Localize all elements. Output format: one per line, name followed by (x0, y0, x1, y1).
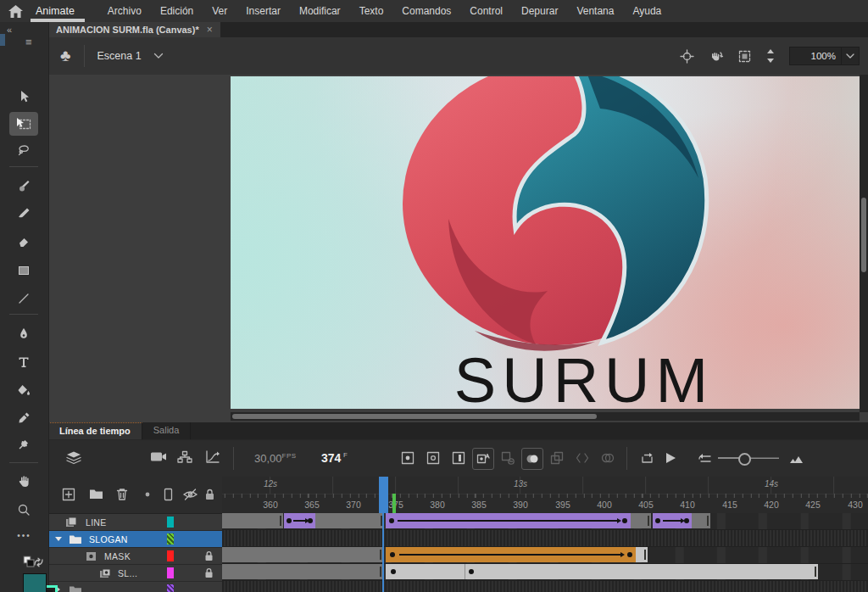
static-span[interactable] (315, 513, 384, 528)
layer-color-swatch[interactable] (167, 567, 174, 578)
insert-frame-button[interactable] (448, 448, 469, 468)
document-tab[interactable]: ANIMACION SURM.fla (Canvas)* × (48, 22, 220, 37)
static-span[interactable] (631, 513, 651, 528)
layer-row-mask[interactable]: MASK (48, 548, 222, 565)
lock-icon[interactable] (204, 567, 214, 578)
menu-comandos[interactable]: Comandos (392, 0, 460, 22)
stage[interactable]: SURUM (231, 76, 860, 409)
scene-chevron-down-icon[interactable] (153, 53, 164, 59)
static-span[interactable] (386, 564, 818, 579)
layer-color-swatch[interactable] (167, 550, 174, 561)
home-icon[interactable] (8, 5, 23, 18)
layers-stack-icon[interactable] (65, 450, 82, 466)
delete-layer-button[interactable] (116, 488, 128, 500)
pen-tool[interactable] (9, 322, 38, 346)
tab-salida[interactable]: Salida (142, 422, 192, 439)
zoom-stepper[interactable] (765, 48, 776, 64)
insert-keyframe-button[interactable] (398, 448, 418, 468)
track-line[interactable] (222, 513, 868, 530)
timeline-zoom-slider[interactable] (718, 457, 779, 459)
new-layer-button[interactable] (62, 488, 75, 501)
hand-tool[interactable] (9, 470, 38, 494)
collapse-folder-icon[interactable] (55, 537, 62, 541)
swap-colors-icon[interactable] (32, 556, 46, 568)
vertical-scrollbar[interactable] (860, 75, 868, 412)
rectangle-tool[interactable] (9, 259, 38, 282)
panel-menu-icon[interactable]: ≡ (25, 36, 32, 48)
vertical-scrollbar-thumb[interactable] (861, 198, 866, 272)
layer-row-slogan[interactable]: SLOGAN (48, 531, 222, 548)
menu-depurar[interactable]: Depurar (512, 0, 567, 22)
static-span[interactable] (222, 547, 383, 562)
asset-warp-tool[interactable] (9, 434, 38, 458)
onion-markers-button[interactable] (572, 448, 593, 468)
tween-span[interactable] (653, 513, 692, 528)
menu-texto[interactable]: Texto (350, 0, 393, 22)
outline-layers-icon[interactable] (164, 488, 173, 501)
text-tool[interactable] (9, 350, 38, 374)
free-transform-tool[interactable] (9, 112, 38, 136)
eraser-tool[interactable] (9, 231, 38, 254)
lock-icon[interactable] (204, 550, 214, 561)
tab-linea-de-tiempo[interactable]: Línea de tiempo (48, 422, 142, 439)
lock-layers-icon[interactable] (204, 488, 215, 501)
collapse-panel-icon[interactable]: « (7, 25, 11, 35)
loop-playback-button[interactable] (637, 448, 657, 468)
symbols-menu-icon[interactable]: ♣ (60, 47, 70, 65)
frames-area[interactable]: 12s 13s 14s 360 365 370 375 380 385 390 … (222, 477, 868, 592)
zoom-chevron-down-icon[interactable] (841, 47, 859, 64)
rotate-stage-icon[interactable] (708, 49, 724, 64)
edit-multiple-frames-button[interactable] (547, 448, 567, 468)
center-playhead-button[interactable] (694, 448, 715, 468)
horizontal-scrollbar[interactable] (231, 412, 860, 421)
timeline-zoom-knob[interactable] (738, 453, 751, 466)
onion-skin-button[interactable] (521, 448, 543, 470)
close-tab-icon[interactable]: × (207, 24, 213, 36)
menu-modificar[interactable]: Modificar (290, 0, 350, 22)
selection-tool[interactable] (9, 85, 38, 109)
clip-content-icon[interactable] (737, 49, 752, 64)
menu-insertar[interactable]: Insertar (236, 0, 290, 22)
show-hide-layers-icon[interactable] (182, 488, 198, 501)
frame-ruler[interactable]: 12s 13s 14s 360 365 370 375 380 385 390 … (222, 477, 868, 514)
more-tools-icon[interactable]: ••• (0, 531, 48, 540)
insert-blank-keyframe-button[interactable] (423, 448, 443, 468)
static-span[interactable] (222, 564, 383, 579)
zoom-level-select[interactable]: 100% (789, 47, 860, 65)
menu-ayuda[interactable]: Ayuda (623, 0, 670, 22)
tween-span[interactable] (386, 547, 636, 562)
static-span[interactable] (636, 547, 648, 562)
auto-keyframe-button[interactable] (472, 448, 494, 470)
menu-ver[interactable]: Ver (203, 0, 236, 22)
menu-archivo[interactable]: Archivo (98, 0, 151, 22)
zoom-tool[interactable] (9, 498, 38, 522)
tween-span[interactable] (386, 513, 631, 528)
playhead[interactable] (379, 477, 388, 513)
static-span[interactable] (692, 513, 710, 528)
onion-range-marker[interactable] (392, 494, 396, 513)
tween-span[interactable] (284, 513, 315, 528)
layer-color-swatch[interactable] (167, 533, 174, 545)
menu-edicion[interactable]: Edición (151, 0, 203, 22)
lasso-tool[interactable] (9, 139, 38, 163)
track-mask[interactable] (222, 547, 868, 564)
layer-color-swatch[interactable] (167, 517, 174, 528)
line-tool[interactable] (9, 287, 38, 310)
classic-brush-tool[interactable] (9, 202, 38, 226)
fluid-brush-tool[interactable] (9, 174, 38, 198)
menu-control[interactable]: Control (460, 0, 512, 22)
menu-ventana[interactable]: Ventana (567, 0, 623, 22)
play-button[interactable] (660, 448, 681, 468)
layer-color-swatch[interactable] (167, 584, 174, 592)
reset-timeline-zoom-button[interactable] (787, 448, 808, 468)
graph-editor-icon[interactable] (205, 450, 220, 464)
layer-row-sl[interactable]: SL... (48, 565, 222, 582)
fill-color-swatch[interactable] (23, 573, 47, 592)
new-folder-button[interactable] (89, 488, 103, 500)
scene-name[interactable]: Escena 1 (97, 50, 141, 62)
app-name[interactable]: Animate (36, 5, 75, 17)
track-folder-bottom[interactable] (222, 581, 868, 592)
camera-icon[interactable] (150, 450, 167, 463)
layer-parenting-icon[interactable] (177, 450, 192, 464)
track-slogan-folder[interactable] (222, 530, 868, 547)
